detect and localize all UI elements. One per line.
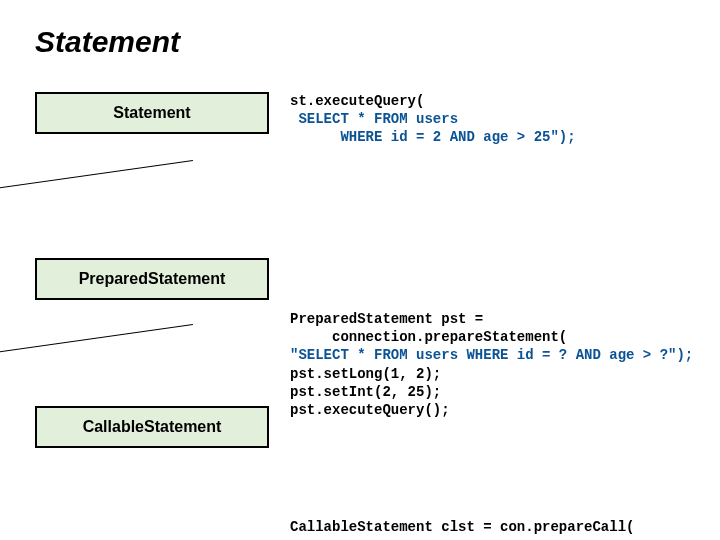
code-line: pst.setLong(1, 2); xyxy=(290,366,441,382)
box-callable-label: CallableStatement xyxy=(83,418,222,436)
box-prepared-label: PreparedStatement xyxy=(79,270,226,288)
slide-title: Statement xyxy=(35,25,180,59)
box-statement-label: Statement xyxy=(113,104,190,122)
box-prepared-statement: PreparedStatement xyxy=(35,258,269,300)
connector-line xyxy=(0,324,193,355)
connector-line xyxy=(0,160,193,191)
code-prepared: PreparedStatement pst = connection.prepa… xyxy=(290,310,693,419)
code-line: connection.prepareStatement( xyxy=(290,329,567,345)
code-line: PreparedStatement pst = xyxy=(290,311,483,327)
code-line-sql: WHERE id = 2 AND age > 25"); xyxy=(290,129,576,145)
box-statement: Statement xyxy=(35,92,269,134)
box-callable-statement: CallableStatement xyxy=(35,406,269,448)
code-line: pst.executeQuery(); xyxy=(290,402,450,418)
code-line: pst.setInt(2, 25); xyxy=(290,384,441,400)
code-line: CallableStatement clst = con.prepareCall… xyxy=(290,519,634,535)
code-line-sql: "SELECT * FROM users WHERE id = ? AND ag… xyxy=(290,347,693,363)
code-line: st.executeQuery( xyxy=(290,93,424,109)
code-callable: CallableStatement clst = con.prepareCall… xyxy=(290,518,634,536)
code-statement: st.executeQuery( SELECT * FROM users WHE… xyxy=(290,92,576,147)
code-line-sql: SELECT * FROM users xyxy=(290,111,458,127)
